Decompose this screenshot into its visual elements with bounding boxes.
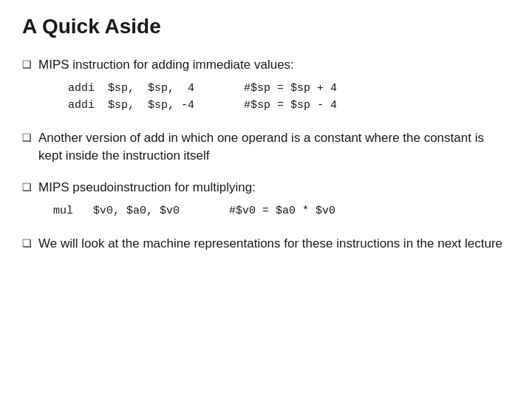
list-item: ❑ Another version of add in which one op… bbox=[22, 129, 510, 166]
bullet-list: ❑ MIPS instruction for adding immediate … bbox=[22, 56, 510, 253]
bullet-2-text: Another version of add in which one oper… bbox=[38, 131, 484, 163]
bullet-1-text: MIPS instruction for adding immediate va… bbox=[38, 58, 294, 72]
list-item: ❑ MIPS instruction for adding immediate … bbox=[22, 56, 510, 116]
code-comment-1-1: #$sp = $sp + 4 bbox=[231, 82, 337, 95]
code-instruction-3-1: mul $v0, $a0, $v0 bbox=[53, 205, 216, 217]
bullet-content: MIPS instruction for adding immediate va… bbox=[38, 56, 510, 116]
bullet-4-text: We will look at the machine representati… bbox=[38, 236, 502, 250]
bullet-content: MIPS pseudoinstruction for multiplying: … bbox=[38, 179, 510, 222]
code-line-1-2: addi $sp, $sp, -4 #$sp = $sp - 4 bbox=[38, 99, 510, 112]
code-instruction-1-1: addi $sp, $sp, 4 bbox=[68, 82, 231, 95]
list-item: ❑ We will look at the machine representa… bbox=[22, 235, 510, 253]
code-instruction-1-2: addi $sp, $sp, -4 bbox=[68, 99, 231, 112]
bullet-marker: ❑ bbox=[22, 237, 38, 249]
list-item: ❑ MIPS pseudoinstruction for multiplying… bbox=[22, 179, 510, 222]
code-comment-3-1: #$v0 = $a0 * $v0 bbox=[216, 205, 335, 217]
page-title: A Quick Aside bbox=[22, 15, 510, 38]
code-block-1: addi $sp, $sp, 4 #$sp = $sp + 4 addi $sp… bbox=[38, 82, 510, 112]
code-line-1-1: addi $sp, $sp, 4 #$sp = $sp + 4 bbox=[38, 82, 510, 95]
bullet-marker: ❑ bbox=[22, 132, 38, 143]
code-comment-1-2: #$sp = $sp - 4 bbox=[231, 99, 337, 112]
bullet-marker: ❑ bbox=[22, 58, 38, 70]
bullet-marker: ❑ bbox=[22, 181, 38, 193]
bullet-3-text: MIPS pseudoinstruction for multiplying: bbox=[38, 180, 256, 194]
code-line-3-1: mul $v0, $a0, $v0 #$v0 = $a0 * $v0 bbox=[38, 205, 510, 217]
bullet-content: Another version of add in which one oper… bbox=[38, 129, 510, 166]
bullet-content: We will look at the machine representati… bbox=[38, 235, 510, 253]
code-block-3: mul $v0, $a0, $v0 #$v0 = $a0 * $v0 bbox=[38, 205, 510, 217]
